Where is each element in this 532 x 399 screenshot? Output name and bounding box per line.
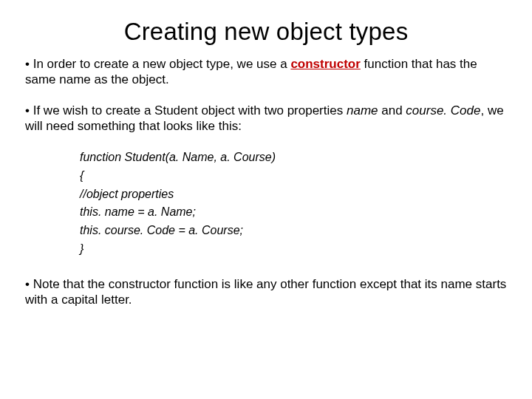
keyword-constructor: constructor bbox=[290, 57, 360, 71]
code-line: this. course. Code = a. Course; bbox=[80, 222, 507, 240]
bullet-3: • Note that the constructor function is … bbox=[25, 276, 507, 308]
text: and bbox=[378, 103, 406, 117]
slide-title: Creating new object types bbox=[25, 18, 507, 46]
bullet-marker: • bbox=[25, 103, 33, 117]
bullet-marker: • bbox=[25, 57, 33, 71]
code-line: { bbox=[80, 167, 507, 185]
bullet-2: • If we wish to create a Student object … bbox=[25, 103, 507, 134]
code-line: function Student(a. Name, a. Course) bbox=[80, 149, 507, 167]
code-line: } bbox=[80, 240, 507, 259]
bullet-1: • In order to create a new object type, … bbox=[25, 56, 507, 88]
bullet-marker: • bbox=[25, 277, 33, 291]
code-line: this. name = a. Name; bbox=[80, 203, 507, 222]
slide: Creating new object types • In order to … bbox=[0, 0, 532, 399]
prop-coursecode: course. Code bbox=[406, 103, 480, 117]
code-line: //object properties bbox=[80, 185, 507, 204]
text: Note that the constructor function is li… bbox=[25, 277, 506, 307]
prop-name: name bbox=[347, 103, 378, 117]
text: If we wish to create a Student object wi… bbox=[33, 103, 347, 117]
text: In order to create a new object type, we… bbox=[33, 57, 291, 71]
code-block: function Student(a. Name, a. Course) { /… bbox=[80, 149, 507, 259]
